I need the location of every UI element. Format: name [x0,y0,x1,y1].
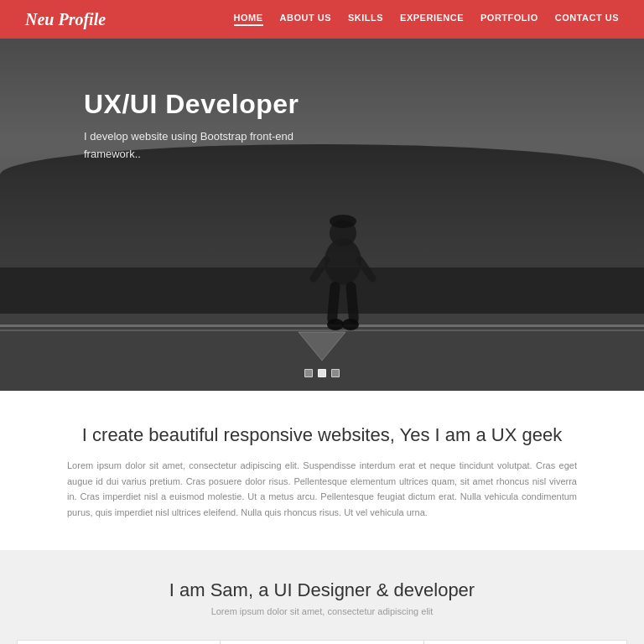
skills-section: I am Sam, a UI Designer & developer Lore… [0,550,644,644]
svg-point-2 [330,215,356,228]
skill-cards: Responsive Design 3 HTML5/CSS3 Dev [17,640,627,644]
slide-indicators [304,369,340,377]
nav-about[interactable]: ABOUT US [280,13,331,26]
about-heading: I create beautiful responsive websites, … [67,424,577,446]
logo: Neu Profile [25,10,106,29]
slide-dot-1[interactable] [304,369,313,377]
skill-card-responsive: Responsive Design [17,640,221,644]
nav-skills[interactable]: SKILLS [348,13,383,26]
nav-contact[interactable]: CONTACT US [555,13,619,26]
nav: HOME ABOUT US SKILLS EXPERIENCE PORTFOLI… [234,13,619,26]
header: Neu Profile HOME ABOUT US SKILLS EXPERIE… [0,0,644,39]
skill-card-html5: 3 HTML5/CSS3 Dev [221,640,423,644]
nav-experience[interactable]: EXPERIENCE [400,13,464,26]
svg-rect-3 [327,281,340,324]
slide-dot-2[interactable] [318,369,326,377]
nav-portfolio[interactable]: PORTFOLIO [480,13,538,26]
hero-chevron-icon [297,329,347,366]
svg-marker-9 [299,332,345,361]
hero-section: UX/UI Developer I develop website using … [0,39,644,391]
hero-person [305,195,381,340]
about-section: I create beautiful responsive websites, … [0,391,644,550]
svg-line-8 [360,260,372,278]
hero-content: UX/UI Developer I develop website using … [84,89,319,164]
slide-dot-3[interactable] [331,369,340,377]
about-body: Lorem ipsum dolor sit amet, consectetur … [67,458,577,521]
svg-line-7 [314,260,326,278]
nav-home[interactable]: HOME [234,13,263,26]
hero-title: UX/UI Developer [84,89,319,120]
skills-subheading: Lorem ipsum dolor sit amet, consectetur … [17,606,627,616]
svg-rect-4 [345,281,359,324]
skill-card-js: JavaScript jQuery [424,640,627,644]
hero-subtitle: I develop website using Bootstrap front-… [84,128,319,164]
skills-heading: I am Sam, a UI Designer & developer [17,579,627,601]
